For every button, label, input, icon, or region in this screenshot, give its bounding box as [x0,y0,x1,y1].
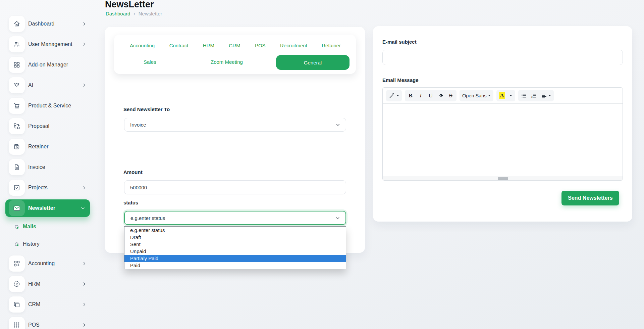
status-option[interactable]: Sent [124,241,346,248]
sidebar-item-label: Invoice [28,164,81,170]
sidebar-subitem-label: Mails [23,224,36,230]
tab-zoom-meeting[interactable]: Zoom Meeting [211,59,243,65]
status-option-highlighted[interactable]: Partialy Paid [124,255,346,262]
envelope-icon [9,200,25,216]
sidebar-item-accounting[interactable]: Accounting [9,255,87,272]
sidebar-item-label: POS [28,322,81,328]
italic-button[interactable]: I [416,91,426,101]
editor-content-area[interactable] [383,104,623,176]
email-subject-label: E-mail subject [382,39,417,45]
send-newsletter-to-select[interactable]: Invoice [124,118,346,132]
status-option[interactable]: Paid [124,262,346,269]
sidebar-item-projects[interactable]: Projects [9,179,87,196]
email-compose-card: E-mail subject Email Message B I [373,26,632,222]
ordered-list-button[interactable]: 12 [529,91,539,101]
sidebar-item-label: AI [28,82,81,88]
color-dropdown-button[interactable] [507,91,515,101]
editor-toolbar: B I U S Open Sans A [383,88,623,104]
caret-icon [548,95,551,96]
bullet-icon [15,242,18,246]
tab-contract[interactable]: Contract [169,43,189,48]
bullet-icon [15,225,18,229]
sidebar-item-newsletter[interactable]: Newsletter [5,199,90,217]
magic-style-button[interactable] [387,91,401,101]
home-icon [9,16,25,32]
color-group: A [496,90,515,101]
ai-icon [9,77,25,93]
chevron-right-icon [81,185,87,190]
underline-button[interactable]: U [426,91,436,101]
tab-hrm[interactable]: HRM [203,43,214,48]
chevron-right-icon [81,302,87,307]
email-subject-input[interactable] [382,50,623,65]
svg-text:2: 2 [531,96,533,98]
status-label: status [123,200,138,205]
font-color-button[interactable]: A [497,91,507,101]
hrm-person-icon [9,276,25,292]
unordered-list-button[interactable] [519,91,529,101]
module-tabs: Accounting Contract HRM CRM POS Recruitm… [114,35,356,74]
strikethrough-button[interactable]: S [446,91,456,101]
breadcrumb-dashboard-link[interactable]: Dashboard [106,11,130,16]
status-option[interactable]: Draft [124,234,346,241]
sidebar-item-label: HRM [28,281,81,287]
send-newsletters-button[interactable]: Send Newsletters [561,191,619,205]
sidebar-subitem-history[interactable]: History [9,237,83,251]
grid-icon [9,57,25,73]
tab-accounting[interactable]: Accounting [130,43,155,48]
tab-recruitment[interactable]: Recruitment [280,43,307,48]
sidebar-item-proposal[interactable]: Proposal [9,117,87,135]
sidebar-item-dashboard[interactable]: Dashboard [9,15,87,33]
breadcrumb: Dashboard › Newsletter [106,11,162,16]
bold-button[interactable]: B [406,91,416,101]
tabs-row-2: Sales Zoom Meeting General [114,55,356,70]
amount-input[interactable] [124,180,346,194]
sidebar-item-hrm[interactable]: HRM [9,275,87,293]
status-option[interactable]: e.g.enter status [124,227,346,234]
status-select[interactable]: e.g.enter status [124,211,346,225]
ordered-list-icon: 12 [531,93,537,99]
tab-crm[interactable]: CRM [229,43,240,48]
eraser-button[interactable] [436,91,446,101]
check-square-icon [9,180,25,196]
font-name: Open Sans [462,93,487,98]
chevron-right-icon [81,42,87,47]
sidebar-item-label: Retainer [28,144,81,150]
status-dropdown-list: e.g.enter status Draft Sent Unpaid Parti… [124,226,346,269]
sidebar-item-ai[interactable]: AI [9,77,87,94]
sidebar-item-pos[interactable]: POS [9,316,87,329]
status-option[interactable]: Unpaid [124,248,346,255]
rich-text-editor: B I U S Open Sans A [382,87,623,181]
align-left-icon [541,93,547,99]
tab-general-active[interactable]: General [276,55,350,70]
chevron-down-icon [335,216,340,221]
sidebar-item-invoice[interactable]: Invoice [9,158,87,176]
sidebar-item-addon-manager[interactable]: Add-on Manager [9,56,87,74]
tab-pos[interactable]: POS [255,43,266,48]
sidebar-item-product-service[interactable]: Product & Service [9,97,87,114]
cart-icon [9,98,25,114]
sidebar-item-label: Add-on Manager [28,62,81,68]
caret-icon [396,95,399,96]
editor-resize-bar[interactable] [383,176,623,180]
sidebar-item-label: User Management [28,41,81,47]
tab-sales[interactable]: Sales [144,59,156,65]
sidebar-item-retainer[interactable]: Retainer [9,138,87,155]
sidebar-item-crm[interactable]: CRM [9,296,87,313]
eraser-icon [438,93,444,98]
sidebar-item-label: Accounting [28,261,81,267]
grid-plus-icon [9,255,25,272]
format-group: B I U S [405,90,457,101]
font-family-dropdown[interactable]: Open Sans [460,91,493,101]
swap-icon [9,118,25,134]
paragraph-align-button[interactable] [539,91,553,101]
unordered-list-icon [521,93,527,99]
tab-retainer[interactable]: Retainer [322,43,341,48]
highlighted-a-icon: A [499,92,505,99]
sidebar-item-label: Product & Service [28,103,81,109]
sidebar-item-label: CRM [28,301,81,308]
sidebar: Dashboard User Management Add-on Manager… [0,0,94,329]
sidebar-item-label: Projects [28,185,81,191]
sidebar-item-user-management[interactable]: User Management [9,36,87,53]
sidebar-subitem-mails[interactable]: Mails [9,220,83,233]
